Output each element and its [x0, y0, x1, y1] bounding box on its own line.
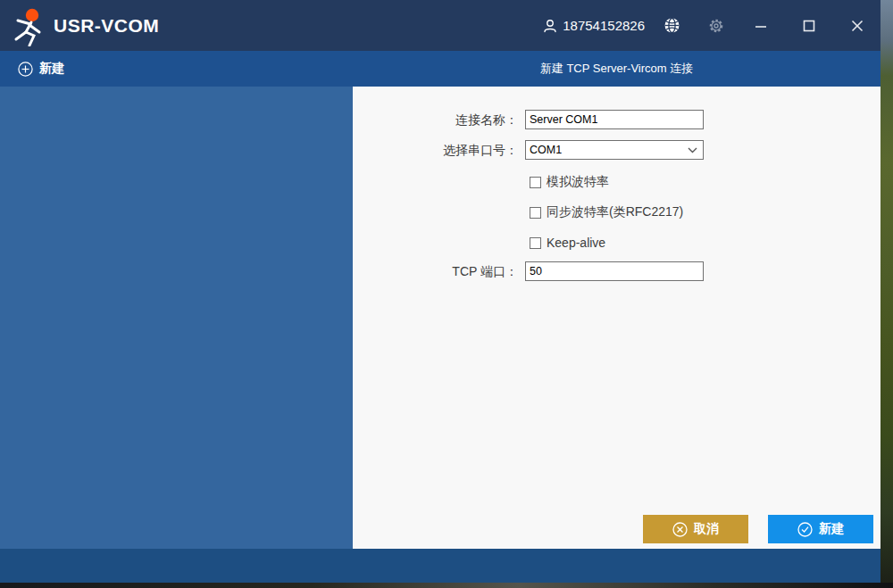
circle-x-icon: [672, 522, 688, 537]
simulate-baud-checkbox[interactable]: [530, 177, 541, 188]
gear-icon[interactable]: [705, 15, 727, 37]
cancel-button[interactable]: 取消: [643, 515, 748, 543]
create-button[interactable]: 新建: [768, 515, 873, 543]
app-window: USR-VCOM 18754152826: [0, 0, 880, 583]
serial-port-select[interactable]: COM1: [525, 140, 704, 160]
globe-icon[interactable]: [661, 15, 682, 37]
app-title: USR-VCOM: [54, 15, 159, 37]
connection-list-panel: [0, 87, 353, 549]
sync-baud-label: 同步波特率(类RFC2217): [547, 204, 683, 220]
close-icon[interactable]: [847, 15, 868, 37]
new-connection-button[interactable]: 新建: [18, 51, 64, 87]
footer-bar: [0, 549, 880, 583]
tcp-port-label: TCP 端口：: [353, 261, 518, 281]
tcp-port-input[interactable]: [525, 261, 704, 281]
create-button-label: 新建: [819, 521, 844, 537]
connection-name-label: 连接名称：: [353, 110, 518, 129]
new-connection-form-panel: 连接名称： 选择串口号： COM1 模拟波特率 同步波特率(类RFC2217) …: [353, 87, 880, 549]
chevron-down-icon: [688, 147, 697, 153]
checkbox-row-simulate-baud[interactable]: 模拟波特率: [530, 175, 609, 189]
checkbox-row-keepalive[interactable]: Keep-alive: [530, 236, 605, 250]
titlebar-right-cluster: 18754152826: [542, 15, 880, 37]
serial-port-label: 选择串口号：: [353, 140, 518, 160]
account-number: 18754152826: [563, 18, 645, 33]
minimize-icon[interactable]: [750, 15, 772, 37]
user-icon: [542, 18, 558, 34]
keepalive-checkbox[interactable]: [530, 237, 541, 249]
sync-baud-checkbox[interactable]: [530, 207, 541, 219]
new-connection-label: 新建: [39, 61, 64, 77]
checkbox-row-sync-baud[interactable]: 同步波特率(类RFC2217): [530, 205, 683, 219]
simulate-baud-label: 模拟波特率: [547, 174, 609, 190]
circle-check-icon: [797, 522, 813, 537]
maximize-icon[interactable]: [798, 15, 820, 37]
nav-bar: 新建 新建 TCP Server-Vircom 连接: [0, 51, 880, 87]
dialog-title: 新建 TCP Server-Vircom 连接: [353, 51, 880, 87]
usr-logo-icon: [9, 5, 48, 46]
desktop-wallpaper-strip-right: [880, 0, 893, 583]
title-bar: USR-VCOM 18754152826: [0, 0, 880, 51]
account-info[interactable]: 18754152826: [542, 18, 645, 34]
serial-port-selected-value: COM1: [526, 144, 688, 156]
circle-plus-icon: [18, 62, 33, 77]
keepalive-label: Keep-alive: [547, 236, 605, 250]
desktop-wallpaper-strip-bottom: [0, 583, 893, 588]
connection-name-input[interactable]: [525, 110, 704, 129]
cancel-button-label: 取消: [694, 521, 719, 537]
